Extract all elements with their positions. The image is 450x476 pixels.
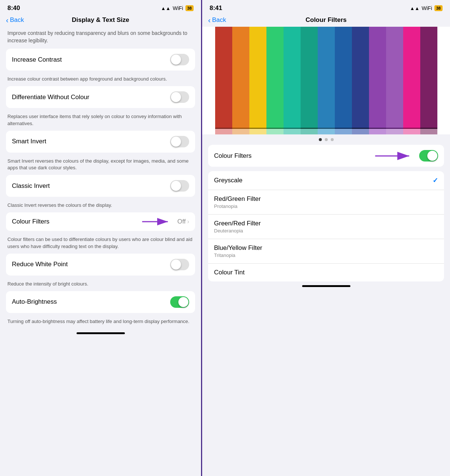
- greyscale-check-icon: ✓: [433, 176, 438, 185]
- colour-tint-name: Colour Tint: [214, 269, 245, 276]
- pencil: [215, 27, 232, 134]
- colour-filters-row[interactable]: Colour Filters Off ›: [6, 212, 195, 231]
- right-panel: 8:41 ▲▲ WiFi 38 ‹ Back Colour Filters Co…: [201, 0, 450, 476]
- blue-yellow-info: Blue/Yellow Filter Tritanopia: [214, 244, 262, 258]
- green-red-name: Green/Red Filter: [214, 220, 261, 227]
- classic-invert-desc: Classic Invert reverses the colours of t…: [6, 200, 195, 212]
- pencil: [420, 27, 437, 134]
- right-nav-bar: ‹ Back Colour Filters: [202, 14, 450, 27]
- differentiate-card: Differentiate Without Colour: [6, 86, 195, 108]
- increase-contrast-card: Increase Contrast: [6, 49, 195, 71]
- left-battery: 38: [185, 5, 194, 11]
- colour-filters-main-toggle[interactable]: [419, 150, 438, 162]
- reduce-white-row: Reduce White Point: [6, 254, 195, 276]
- smart-invert-label: Smart Invert: [12, 138, 46, 145]
- right-nav-title: Colour Filters: [305, 16, 347, 24]
- filter-colour-tint[interactable]: Colour Tint: [208, 264, 444, 281]
- right-home-bar-line: [302, 285, 350, 287]
- pencil: [266, 27, 284, 134]
- differentiate-desc: Replaces user interface items that rely …: [6, 111, 195, 130]
- pencil: [369, 27, 386, 134]
- colour-filters-toggle-card: Colour Filters: [208, 145, 444, 167]
- blue-yellow-sub: Tritanopia: [214, 252, 262, 258]
- pencil: [352, 27, 369, 134]
- left-status-bar: 8:40 ▲▲ WiFi 38: [0, 0, 201, 14]
- differentiate-toggle[interactable]: [170, 91, 189, 103]
- pencil: [386, 27, 403, 134]
- reduce-white-toggle[interactable]: [170, 259, 189, 270]
- right-signal-icon: ▲▲: [410, 6, 420, 11]
- auto-brightness-desc: Turning off auto-brightness may affect b…: [6, 316, 195, 329]
- auto-brightness-toggle[interactable]: [170, 296, 189, 308]
- colour-filters-toggle-label: Colour Filters: [214, 152, 252, 160]
- pencils-image: [202, 27, 450, 134]
- pencil: [301, 27, 318, 134]
- left-nav-title: Display & Text Size: [72, 16, 129, 24]
- classic-invert-label: Classic Invert: [12, 182, 50, 190]
- left-back-label: Back: [10, 16, 24, 24]
- right-time: 8:41: [210, 4, 222, 12]
- pencil: [232, 27, 249, 134]
- left-status-icons: ▲▲ WiFi 38: [161, 5, 194, 11]
- auto-brightness-label: Auto-Brightness: [12, 298, 57, 306]
- pencil: [335, 27, 352, 134]
- right-battery: 38: [434, 5, 443, 11]
- colour-filters-value-row: Off ›: [177, 218, 189, 225]
- reduce-white-desc: Reduce the intensity of bright colours.: [6, 278, 195, 291]
- smart-invert-desc: Smart Invert reverses the colours of the…: [6, 156, 195, 175]
- smart-invert-toggle[interactable]: [170, 136, 189, 147]
- pencil: [403, 27, 420, 134]
- left-home-bar-line: [77, 332, 125, 334]
- auto-brightness-row: Auto-Brightness: [6, 291, 195, 313]
- green-red-sub: Deuteranopia: [214, 228, 261, 234]
- colour-filters-value: Off: [177, 218, 185, 225]
- dot-3: [331, 138, 334, 141]
- colour-filters-desc: Colour filters can be used to differenti…: [6, 234, 195, 253]
- colour-tint-info: Colour Tint: [214, 269, 245, 276]
- blue-yellow-name: Blue/Yellow Filter: [214, 244, 262, 252]
- filter-greyscale[interactable]: Greyscale ✓: [208, 171, 444, 190]
- red-green-info: Red/Green Filter Protanopia: [214, 195, 261, 209]
- differentiate-label: Differentiate Without Colour: [12, 94, 90, 101]
- increase-contrast-row: Increase Contrast: [6, 49, 195, 71]
- pencil: [249, 27, 266, 134]
- pencils-row: [202, 27, 450, 134]
- filter-green-red[interactable]: Green/Red Filter Deuteranopia: [208, 215, 444, 239]
- left-panel: 8:40 ▲▲ WiFi 38 ‹ Back Display & Text Si…: [0, 0, 201, 476]
- increase-contrast-desc: Increase colour contrast between app for…: [6, 74, 195, 86]
- colour-filters-label: Colour Filters: [12, 218, 49, 225]
- left-scroll-content: Improve contrast by reducing transparenc…: [0, 27, 201, 476]
- smart-invert-row: Smart Invert: [6, 131, 195, 153]
- reduce-white-card: Reduce White Point: [6, 254, 195, 276]
- increase-contrast-toggle[interactable]: [170, 54, 189, 65]
- right-status-icons: ▲▲ WiFi 38: [410, 5, 443, 11]
- left-nav-bar: ‹ Back Display & Text Size: [0, 14, 201, 27]
- green-red-info: Green/Red Filter Deuteranopia: [214, 220, 261, 234]
- filter-list-card: Greyscale ✓ Red/Green Filter Protanopia …: [208, 171, 444, 281]
- right-arrow-icon: [373, 151, 414, 161]
- red-green-sub: Protanopia: [214, 203, 261, 209]
- right-back-chevron-icon: ‹: [208, 16, 211, 25]
- right-status-bar: 8:41 ▲▲ WiFi 38: [202, 0, 450, 14]
- left-back-button[interactable]: ‹ Back: [6, 16, 24, 25]
- classic-invert-row: Classic Invert: [6, 175, 195, 197]
- greyscale-info: Greyscale: [214, 177, 243, 184]
- reduce-white-label: Reduce White Point: [12, 261, 68, 268]
- greyscale-name: Greyscale: [214, 177, 243, 184]
- filter-red-green[interactable]: Red/Green Filter Protanopia: [208, 190, 444, 215]
- signal-icon: ▲▲: [161, 6, 171, 11]
- colour-filters-chevron-icon: ›: [187, 218, 189, 225]
- classic-invert-toggle[interactable]: [170, 180, 189, 192]
- right-scroll: Colour Filters Greyscale ✓: [202, 145, 450, 476]
- pencil: [284, 27, 301, 134]
- dot-2: [325, 138, 328, 141]
- auto-brightness-card: Auto-Brightness: [6, 291, 195, 313]
- page-dots: [202, 134, 450, 145]
- right-back-button[interactable]: ‹ Back: [208, 16, 226, 25]
- left-home-bar: [6, 329, 195, 340]
- right-back-label: Back: [212, 16, 226, 24]
- classic-invert-card: Classic Invert: [6, 175, 195, 197]
- left-back-chevron-icon: ‹: [6, 16, 9, 25]
- filter-blue-yellow[interactable]: Blue/Yellow Filter Tritanopia: [208, 239, 444, 264]
- colour-filters-card: Colour Filters Off ›: [6, 212, 195, 231]
